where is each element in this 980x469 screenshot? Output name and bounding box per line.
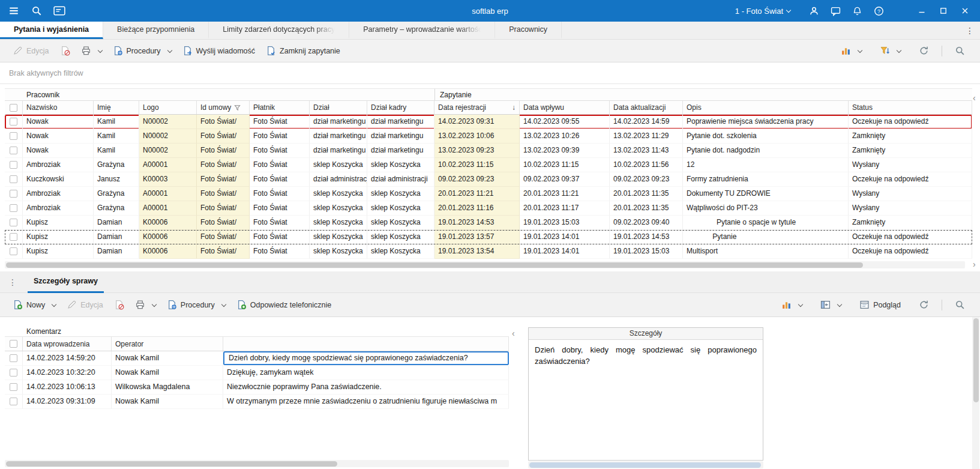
refresh-button[interactable] — [913, 297, 934, 313]
row-checkbox[interactable] — [10, 190, 17, 198]
column-header-9[interactable]: Data wpływu — [520, 101, 610, 114]
right-vscrollbar[interactable] — [972, 317, 979, 469]
print-button[interactable] — [76, 43, 107, 59]
comment-row[interactable]: 14.02.2023 10:06:13Wilkowska MagdalenaNi… — [5, 380, 509, 395]
select-all-checkbox[interactable] — [10, 104, 17, 112]
collapse-right-icon[interactable]: › — [973, 260, 976, 268]
row-checkbox[interactable] — [10, 354, 17, 362]
preview-button[interactable]: Podgląd — [854, 297, 906, 313]
global-search-icon[interactable] — [30, 4, 43, 17]
table-row[interactable]: NowakKamilN00002Foto Świat/Foto Światdzi… — [5, 129, 972, 144]
refresh-button[interactable] — [913, 43, 934, 59]
row-checkbox[interactable] — [10, 147, 17, 154]
comment-row[interactable]: 14.02.2023 09:31:09Nowak KamilW otrzyman… — [5, 395, 509, 409]
table-row[interactable]: KupiszDamianK00006Foto Świat/Foto Świats… — [5, 230, 972, 244]
column-header-5[interactable]: Płatnik — [250, 101, 310, 114]
hamburger-menu-icon[interactable] — [7, 4, 20, 17]
table-row[interactable]: AmbroziakGrażynaA00001Foto Świat/Foto Św… — [5, 158, 972, 172]
column-header-10[interactable]: Data aktualizacji — [610, 101, 683, 114]
tab-label: Parametry – wprowadzanie wartości — [363, 25, 481, 34]
row-checkbox[interactable] — [10, 219, 17, 226]
tab-2[interactable]: Bieżące przypomnienia — [103, 22, 209, 39]
comment-date-cell: 14.02.2023 14:59:20 — [23, 351, 112, 366]
right-vscrollbar-thumb[interactable] — [973, 318, 979, 402]
workspace-icon[interactable] — [53, 4, 66, 17]
comment-column-header-2[interactable]: Operator — [112, 337, 223, 351]
chart-button[interactable] — [835, 43, 867, 59]
procedures-button[interactable]: Procedury — [161, 297, 231, 313]
main-hscrollbar-thumb[interactable] — [6, 262, 863, 268]
column-header-7[interactable]: Dział kadry — [367, 101, 434, 114]
new-button[interactable]: Nowy — [7, 297, 61, 313]
notifications-icon[interactable] — [850, 4, 864, 17]
row-checkbox[interactable] — [10, 247, 17, 255]
close-request-button[interactable]: Zamknij zapytanie — [260, 43, 346, 59]
comments-hscrollbar[interactable] — [5, 460, 509, 467]
comments-hscrollbar-thumb[interactable] — [6, 461, 337, 467]
row-checkbox[interactable] — [10, 204, 17, 212]
help-icon[interactable]: ? — [872, 4, 885, 17]
maximize-button[interactable] — [939, 7, 948, 15]
print-button[interactable] — [130, 297, 161, 313]
tab-4[interactable]: Parametry – wprowadzanie wartości — [349, 22, 495, 39]
chat-icon[interactable] — [829, 4, 842, 17]
collapse-left-icon[interactable]: ‹ — [973, 94, 976, 102]
column-header-6[interactable]: Dział — [310, 101, 367, 114]
column-header-8[interactable]: Data rejestracji↓ — [434, 101, 520, 114]
grid-search-button[interactable] — [949, 297, 970, 313]
row-checkbox[interactable] — [10, 118, 17, 126]
sort-analysis-button[interactable] — [874, 43, 906, 59]
row-checkbox[interactable] — [10, 369, 17, 377]
grid-search-button[interactable] — [949, 43, 970, 59]
details-tab[interactable]: Szczegóły sprawy — [28, 271, 104, 293]
main-hscrollbar[interactable] — [5, 261, 965, 268]
tab-5[interactable]: Pracownicy — [495, 22, 562, 39]
comment-text-cell[interactable]: Dziękuję, zamykam wątek — [223, 366, 509, 380]
table-row[interactable]: KuczkowskiJanuszK00003Foto Świat/Foto Św… — [5, 172, 972, 187]
select-all-checkbox[interactable] — [10, 340, 17, 348]
column-header-3[interactable]: Logo — [139, 101, 197, 114]
send-message-button[interactable]: Wyślij wiadomość — [177, 43, 261, 59]
column-header-12[interactable]: Status — [849, 101, 972, 114]
comment-row[interactable]: 14.02.2023 14:59:20Nowak KamilDzień dobr… — [5, 351, 509, 366]
tab-3[interactable]: Limity zdarzeń dotyczących pracy — [209, 22, 349, 39]
filter-funnel-icon[interactable] — [234, 104, 241, 111]
phone-reply-button[interactable]: Odpowiedz telefonicznie — [231, 297, 337, 313]
dock-panel-button[interactable] — [815, 297, 847, 313]
comment-column-header-1[interactable]: Data wprowadzenia — [23, 337, 112, 351]
column-header-1[interactable]: Nazwisko — [23, 101, 94, 114]
row-checkbox[interactable] — [10, 398, 17, 405]
comment-text-cell[interactable]: Niezwłocznie poprawimy Pana zaświadczeni… — [223, 380, 509, 395]
table-row[interactable]: KupiszDamianK00006Foto Świat/Foto Świats… — [5, 244, 972, 259]
details-hscrollbar[interactable] — [528, 461, 763, 468]
row-checkbox[interactable] — [10, 233, 17, 241]
row-checkbox[interactable] — [10, 383, 17, 391]
drag-handle-icon[interactable]: ⋮ — [8, 277, 17, 287]
chart-button[interactable] — [776, 297, 808, 313]
column-header-2[interactable]: Imię — [94, 101, 139, 114]
table-row[interactable]: NowakKamilN00002Foto Świat/Foto Światdzi… — [5, 115, 972, 129]
tab-1[interactable]: Pytania i wyjaśnienia — [0, 22, 103, 39]
row-checkbox[interactable] — [10, 161, 17, 169]
comment-text-cell[interactable]: Dzień dobry, kiedy mogę spodziewać się p… — [223, 351, 509, 366]
table-row[interactable]: KupiszDamianK00006Foto Świat/Foto Świats… — [5, 216, 972, 230]
column-header-4[interactable]: Id umowy — [197, 101, 250, 114]
procedures-button[interactable]: Procedury — [107, 43, 177, 59]
minimize-button[interactable] — [918, 7, 926, 15]
details-hscrollbar-thumb[interactable] — [529, 462, 761, 468]
comment-text-cell[interactable]: W otrzymanym przeze mnie zaświadczeniu o… — [223, 395, 509, 409]
company-selector[interactable]: 1 - Foto Świat — [735, 7, 790, 16]
close-button[interactable] — [961, 7, 969, 15]
table-row[interactable]: AmbroziakGrażynaA00001Foto Świat/Foto Św… — [5, 201, 972, 216]
comment-column-header-blank — [223, 337, 509, 351]
comment-row[interactable]: 14.02.2023 10:32:20Nowak KamilDziękuję, … — [5, 366, 509, 380]
table-row[interactable]: NowakKamilN00002Foto Świat/Foto Światdzi… — [5, 144, 972, 158]
row-checkbox[interactable] — [10, 175, 17, 183]
user-icon[interactable] — [807, 4, 820, 17]
column-header-11[interactable]: Opis — [683, 101, 849, 114]
tab-overflow-icon[interactable]: ⋮ — [963, 22, 976, 40]
table-row[interactable]: AmbroziakGrażynaA00001Foto Świat/Foto Św… — [5, 187, 972, 201]
cell-12: Zamknięty — [849, 144, 972, 158]
row-checkbox[interactable] — [10, 132, 17, 140]
collapse-left-icon[interactable]: ‹ — [512, 329, 515, 337]
